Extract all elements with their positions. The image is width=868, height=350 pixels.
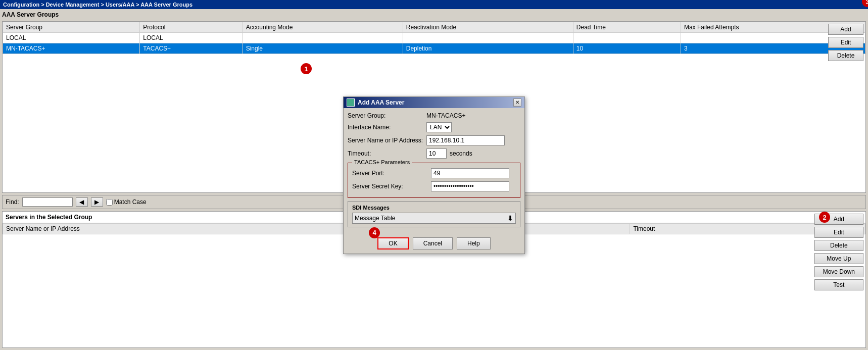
annotation-4: 4 bbox=[369, 227, 380, 238]
sdi-dropdown-icon[interactable]: ⬇ bbox=[507, 214, 513, 222]
sdi-messages-group: SDI Messages Message Table ⬇ bbox=[348, 201, 520, 227]
dialog-footer: 4 OK Cancel Help bbox=[344, 234, 524, 254]
sdi-messages-label: SDI Messages bbox=[352, 205, 516, 211]
dialog-title-left: Add AAA Server bbox=[347, 98, 404, 107]
timeout-suffix: seconds bbox=[450, 150, 472, 157]
server-secret-row: Server Secret Key: bbox=[352, 181, 516, 191]
tacacs-group-label: TACACS+ Parameters bbox=[352, 159, 412, 165]
server-ip-input[interactable] bbox=[426, 135, 505, 145]
server-group-value: MN-TACACS+ bbox=[426, 112, 465, 119]
tacacs-parameters-group: TACACS+ Parameters Server Port: Server S… bbox=[348, 163, 520, 198]
dialog-titlebar: Add AAA Server ✕ bbox=[344, 97, 524, 108]
dialog-icon bbox=[347, 98, 355, 107]
dialog-cancel-button[interactable]: Cancel bbox=[413, 237, 453, 249]
dialog-help-button[interactable]: Help bbox=[457, 237, 491, 249]
dialog-overlay: Add AAA Server ✕ 3 Server Group: MN-TACA… bbox=[0, 0, 868, 350]
server-group-row: Server Group: MN-TACACS+ bbox=[348, 112, 520, 119]
server-port-row: Server Port: bbox=[352, 168, 516, 178]
server-secret-label: Server Secret Key: bbox=[352, 183, 428, 190]
timeout-row: Timeout: seconds bbox=[348, 148, 520, 159]
server-port-input[interactable] bbox=[431, 168, 509, 178]
server-port-label: Server Port: bbox=[352, 170, 428, 177]
timeout-label: Timeout: bbox=[348, 150, 423, 157]
interface-name-label: Interface Name: bbox=[348, 124, 423, 131]
server-group-label: Server Group: bbox=[348, 112, 423, 119]
server-secret-input[interactable] bbox=[431, 181, 509, 191]
interface-name-select[interactable]: LAN bbox=[426, 122, 452, 132]
dialog-title-text: Add AAA Server bbox=[358, 99, 404, 106]
timeout-input[interactable] bbox=[426, 148, 447, 159]
dialog-body: Server Group: MN-TACACS+ Interface Name:… bbox=[344, 108, 524, 234]
server-ip-row: Server Name or IP Address: bbox=[348, 135, 520, 145]
message-table-label: Message Table bbox=[355, 215, 396, 222]
dialog-ok-button[interactable]: OK bbox=[377, 237, 408, 249]
server-ip-label: Server Name or IP Address: bbox=[348, 137, 423, 144]
add-aaa-server-dialog: Add AAA Server ✕ 3 Server Group: MN-TACA… bbox=[343, 96, 525, 254]
annotation-3: 3 bbox=[862, 0, 868, 7]
dialog-close-button[interactable]: ✕ bbox=[513, 98, 521, 107]
message-table-select[interactable]: Message Table ⬇ bbox=[352, 213, 516, 224]
interface-name-row: Interface Name: LAN bbox=[348, 122, 520, 132]
